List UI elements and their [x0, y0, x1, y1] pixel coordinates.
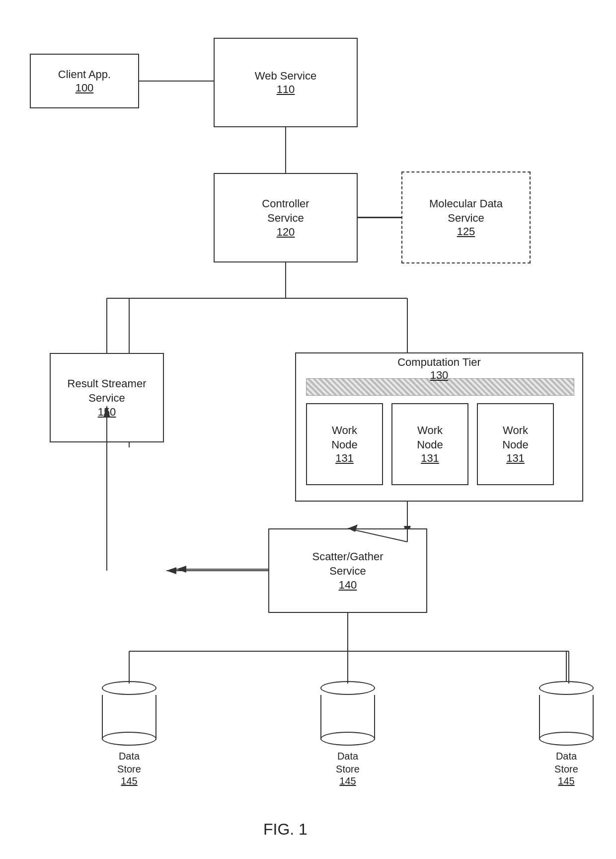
client-app-number: 100 [76, 82, 94, 94]
figure-label: FIG. 1 [263, 820, 308, 839]
datastore-3-label: DataStore [554, 750, 578, 775]
result-streamer-box: Result StreamerService 150 [50, 353, 164, 442]
scatter-gather-label: Scatter/GatherService [312, 550, 383, 578]
computation-tier-label: Computation Tier 130 [295, 356, 583, 382]
molecular-data-box: Molecular DataService 125 [401, 172, 531, 263]
comp-tier-text: Computation Tier [397, 356, 481, 368]
datastore-1: DataStore 145 [92, 681, 166, 787]
controller-service-label: ControllerService [262, 197, 309, 225]
work-node-3: WorkNode 131 [477, 403, 554, 485]
svg-marker-10 [176, 566, 186, 573]
scatter-gather-number: 140 [339, 579, 357, 592]
result-streamer-label: Result StreamerService [68, 377, 147, 405]
work-node-1-number: 131 [335, 452, 354, 465]
cylinder-top-1 [102, 681, 156, 695]
datastore-3: DataStore 145 [529, 681, 604, 787]
cylinder-body-1 [102, 695, 156, 740]
datastore-3-number: 145 [558, 775, 574, 787]
web-service-number: 110 [277, 83, 295, 96]
controller-service-number: 120 [277, 226, 295, 239]
work-node-3-number: 131 [506, 452, 525, 465]
comp-tier-number: 130 [430, 369, 449, 381]
cylinder-bottom-1 [102, 732, 156, 746]
work-node-2-number: 131 [421, 452, 439, 465]
cylinder-bottom-3 [539, 732, 594, 746]
cylinder-body-3 [539, 695, 594, 740]
work-node-3-label: WorkNode [502, 424, 529, 452]
figure-label-text: FIG. 1 [263, 820, 308, 838]
diagram-container: Client App. 100 Web Service 110 Controll… [0, 0, 616, 859]
molecular-data-number: 125 [457, 225, 475, 238]
cylinder-body-2 [320, 695, 375, 740]
datastore-1-number: 145 [121, 775, 137, 787]
work-node-1: WorkNode 131 [306, 403, 383, 485]
work-node-2-label: WorkNode [417, 424, 443, 452]
cylinder-bottom-2 [320, 732, 375, 746]
web-service-box: Web Service 110 [214, 38, 358, 127]
datastore-2: DataStore 145 [310, 681, 385, 787]
datastore-1-label: DataStore [117, 750, 141, 775]
result-streamer-number: 150 [98, 406, 116, 419]
client-app-box: Client App. 100 [30, 54, 139, 108]
datastore-2-label: DataStore [336, 750, 360, 775]
cylinder-top-2 [320, 681, 375, 695]
web-service-label: Web Service [255, 69, 316, 84]
datastore-2-number: 145 [339, 775, 356, 787]
client-app-label: Client App. [58, 68, 111, 82]
molecular-data-label: Molecular DataService [429, 197, 503, 225]
scatter-gather-box: Scatter/GatherService 140 [268, 528, 427, 613]
work-node-1-label: WorkNode [331, 424, 358, 452]
cylinder-top-3 [539, 681, 594, 695]
controller-service-box: ControllerService 120 [214, 173, 358, 262]
work-node-2: WorkNode 131 [391, 403, 468, 485]
